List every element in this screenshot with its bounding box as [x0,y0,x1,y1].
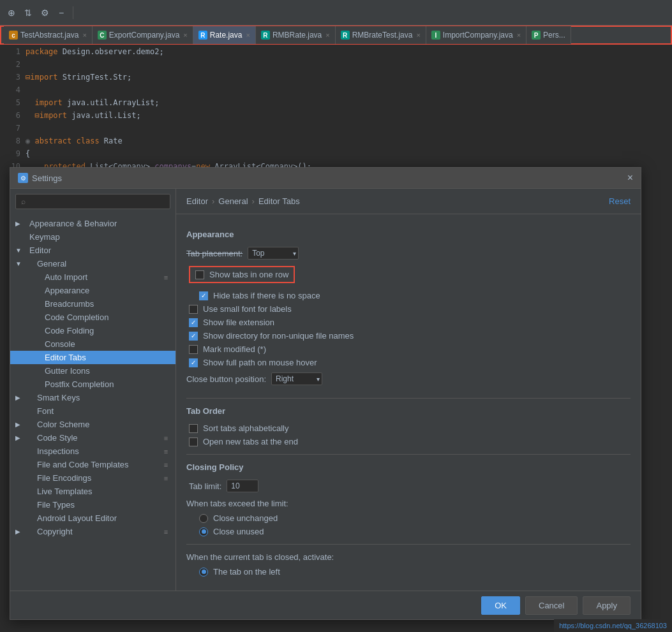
tab-pers[interactable]: P Pers... [526,26,571,44]
reset-button[interactable]: Reset [609,196,631,206]
show-full-path-row: Show full path on mouse hover [186,358,631,367]
close-unchanged-row: Close unchanged [186,513,631,523]
content-header: Editor › General › Editor Tabs Reset [176,189,641,214]
content-body: Appearance Tab placement: Top ▾ [176,214,641,591]
close-unchanged-radio[interactable] [199,514,208,523]
toolbar-arrows-icon[interactable]: ⇅ [22,6,34,19]
tab-icon-pers: P [532,31,541,40]
mark-modified-label: Mark modified (*) [203,344,266,354]
close-unused-radio[interactable] [199,527,208,536]
settings-search-input[interactable] [15,194,170,209]
sidebar-item-font[interactable]: Font [10,404,175,418]
sidebar-item-code-completion[interactable]: Code Completion [10,311,175,324]
sidebar-item-file-code-templates[interactable]: File and Code Templates ≡ [10,458,175,471]
hide-tabs-label: Hide tabs if there is no space [213,291,320,300]
section-header-appearance: Appearance [186,230,631,239]
show-directory-checkbox[interactable] [189,332,198,341]
close-btn-pos-select[interactable]: Right [271,372,322,385]
tab-close-rmbratetest[interactable]: × [416,31,420,39]
divider3 [186,544,631,545]
show-tabs-one-row-row: Show tabs in one row [189,266,295,283]
sort-alphabetically-row: Sort tabs alphabetically [186,423,631,433]
dialog-close-button[interactable]: × [627,172,633,184]
show-directory-row: Show directory for non-unique file names [186,331,631,341]
use-small-font-row: Use small font for labels [186,304,631,314]
tab-icon-rate: R [198,31,207,40]
close-unused-label: Close unused [213,527,264,536]
show-tabs-one-row-checkbox[interactable] [195,270,204,279]
sidebar-item-code-style[interactable]: ▶ Code Style ≡ [10,431,175,445]
tab-close-rate[interactable]: × [246,31,250,39]
tab-close-rmbrate[interactable]: × [325,31,329,39]
code-line-8: 8 ◉ abstract class Rate [0,136,672,149]
sort-alpha-label: Sort tabs alphabetically [203,423,288,433]
tab-limit-input[interactable] [227,480,258,492]
tab-rate[interactable]: R Rate.java × [193,26,256,44]
use-small-font-checkbox[interactable] [189,305,198,314]
badge-icon: ≡ [161,460,170,469]
sidebar-item-keymap[interactable]: Keymap [10,230,175,244]
show-full-path-checkbox[interactable] [189,358,198,367]
tab-close-testabstract[interactable]: × [82,31,86,39]
open-new-tabs-end-row: Open new tabs at the end [186,437,631,446]
close-btn-pos-label: Close button position: [186,374,266,384]
sidebar-item-color-scheme[interactable]: ▶ Color Scheme [10,418,175,431]
mark-modified-row: Mark modified (*) [186,344,631,354]
code-line-1: 1 package Design.observer.demo2; [0,47,672,60]
sidebar-item-inspections[interactable]: Inspections ≡ [10,445,175,458]
sidebar-item-breadcrumbs[interactable]: Breadcrumbs [10,297,175,311]
code-line-6: 6 ⊟import java.util.List; [0,111,672,124]
sort-alpha-checkbox[interactable] [189,424,198,433]
ok-button[interactable]: OK [481,596,520,615]
sidebar-item-appearance[interactable]: Appearance [10,284,175,297]
dialog-title-bar: ⚙ Settings × [10,168,641,189]
show-tabs-one-row-label: Show tabs in one row [209,270,288,279]
sidebar-item-file-encodings[interactable]: File Encodings ≡ [10,471,175,485]
section-header-tab-order: Tab Order [186,406,631,416]
arrow-icon: ▼ [15,247,23,254]
tab-close-importcompany[interactable]: × [517,31,521,39]
content-panel: Editor › General › Editor Tabs Reset App… [176,189,641,591]
close-unchanged-label: Close unchanged [213,513,278,523]
tab-close-exportcompany[interactable]: × [183,31,187,39]
mark-modified-checkbox[interactable] [189,345,198,354]
code-line-7: 7 [0,124,672,136]
sidebar-item-auto-import[interactable]: Auto Import ≡ [10,270,175,284]
open-new-tabs-end-checkbox[interactable] [189,437,198,446]
use-small-font-label: Use small font for labels [203,304,292,314]
hide-tabs-checkbox[interactable] [199,291,208,300]
show-file-ext-checkbox[interactable] [189,318,198,327]
tab-rmbrate[interactable]: R RMBRate.java × [256,26,336,44]
appearance-section: Appearance Tab placement: Top ▾ [186,230,631,385]
dialog-title: ⚙ Settings [18,173,62,183]
sidebar-item-code-folding[interactable]: Code Folding [10,324,175,337]
badge-icon: ≡ [161,527,170,536]
tab-exportcompany[interactable]: C ExportCompany.java × [93,26,193,44]
sidebar-item-gutter-icons[interactable]: Gutter Icons [10,364,175,378]
settings-dialog: ⚙ Settings × ▶ Appearance & Behavior Key… [10,167,641,620]
cancel-button[interactable]: Cancel [525,596,578,615]
sidebar-item-console[interactable]: Console [10,337,175,351]
toolbar-minus-icon[interactable]: − [55,6,68,19]
tab-icon-rmbrate: R [261,31,270,40]
tab-on-left-radio[interactable] [199,568,208,577]
sidebar-item-editor[interactable]: ▼ Editor [10,244,175,257]
sidebar-item-appearance-behavior[interactable]: ▶ Appearance & Behavior [10,217,175,230]
sidebar-item-live-templates[interactable]: Live Templates [10,485,175,498]
toolbar-settings-icon[interactable]: ⚙ [38,6,51,19]
sidebar-item-file-types[interactable]: File Types [10,498,175,511]
sidebar-item-general[interactable]: ▼ General [10,257,175,270]
sidebar-item-smart-keys[interactable]: ▶ Smart Keys [10,391,175,404]
tab-testabstract[interactable]: c TestAbstract.java × [4,26,93,44]
toolbar-globe-icon[interactable]: ⊕ [5,6,18,19]
tab-rmbratetest[interactable]: R RMBrateTest.java × [336,26,426,44]
sidebar-item-copyright[interactable]: ▶ Copyright ≡ [10,525,175,538]
code-line-4: 4 [0,85,672,98]
sidebar-item-android-layout[interactable]: Android Layout Editor [10,511,175,525]
sidebar-item-postfix-completion[interactable]: Postfix Completion [10,378,175,391]
tab-limit-row: Tab limit: [186,480,631,492]
sidebar-item-editor-tabs[interactable]: Editor Tabs [10,351,175,364]
tab-placement-select[interactable]: Top [248,247,299,260]
tab-importcompany[interactable]: I ImportCompany.java × [426,26,526,44]
apply-button[interactable]: Apply [583,596,631,615]
